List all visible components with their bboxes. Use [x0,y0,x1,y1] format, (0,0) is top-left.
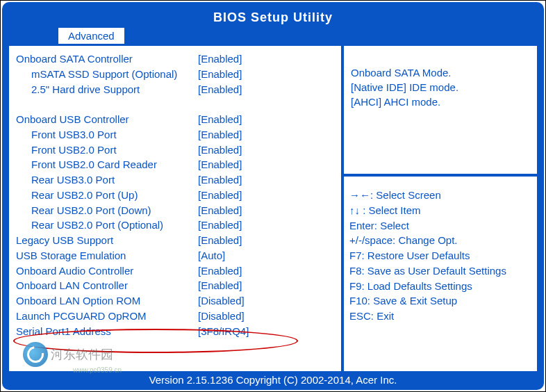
setting-value[interactable]: [Auto] [198,248,337,263]
setting-value[interactable]: [Enabled] [198,233,337,248]
setting-row[interactable]: Front USB3.0 Port[Enabled] [16,127,337,142]
setting-label: Rear USB2.0 Port (Optional) [16,218,198,233]
setting-value[interactable]: [Disabled] [198,309,337,324]
setting-row[interactable]: Launch PCGUARD OpROM[Disabled] [16,309,337,324]
setting-row[interactable]: Front USB2.0 Port[Enabled] [16,142,337,158]
setting-row[interactable]: Rear USB2.0 Port (Optional)[Enabled] [16,218,337,233]
setting-row[interactable]: Serial Port1 Address[3F8/IRQ4] [16,324,337,339]
setting-label: Onboard LAN Controller [16,278,198,293]
setting-row[interactable]: Onboard LAN Controller[Enabled] [16,278,337,293]
key-hint: F10: Save & Exit Setup [349,293,531,309]
setting-label: 2.5" Hard drive Support [16,82,198,97]
help-panel: Onboard SATA Mode. [Native IDE] IDE mode… [343,45,538,174]
bios-frame: BIOS Setup Utility Advanced Onboard SATA… [2,2,544,390]
key-hint: →←: Select Screen [349,188,531,203]
setting-value[interactable]: [Enabled] [198,51,337,67]
setting-label: Onboard Audio Controller [16,263,198,279]
setting-row[interactable]: mSATA SSD Support (Optional)[Enabled] [16,67,337,82]
tab-advanced[interactable]: Advanced [58,27,125,44]
watermark-url: www.pc0359.cn [73,366,122,374]
setting-row[interactable]: Onboard SATA Mode[AHCI] [16,97,337,112]
key-hint: F7: Restore User Defaults [349,248,531,263]
key-hint: F9: Load Defaults Settings [349,279,531,294]
setting-value[interactable]: [Enabled] [198,218,337,233]
setting-row[interactable]: Rear USB3.0 Port[Enabled] [16,172,337,188]
setting-label: Serial Port1 Address [16,324,198,339]
setting-value[interactable]: [Enabled] [198,82,337,97]
help-line: Onboard SATA Mode. [351,65,530,80]
setting-value[interactable]: [Enabled] [198,188,337,203]
key-hints-panel: →←: Select Screen ↑↓ : Select Item Enter… [343,176,538,372]
tab-row: Advanced [7,27,539,44]
setting-value[interactable]: [Enabled] [198,112,337,127]
setting-row[interactable]: Front USB2.0 Card Reader[Enabled] [16,157,337,172]
setting-label: Onboard LAN Option ROM [16,293,198,309]
setting-label: Onboard SATA Controller [16,51,198,67]
side-panel: Onboard SATA Mode. [Native IDE] IDE mode… [343,45,538,372]
setting-value[interactable]: [Enabled] [198,67,337,82]
setting-label: Onboard USB Controller [16,112,198,127]
help-line: [AHCI] AHCI mode. [351,95,530,109]
setting-row[interactable]: Rear USB2.0 Port (Up)[Enabled] [16,188,337,203]
key-hint: ESC: Exit [349,309,531,324]
setting-label: Onboard SATA Mode [16,97,198,112]
setting-value[interactable]: [Enabled] [198,142,337,158]
watermark-logo-icon [23,342,48,367]
setting-value[interactable]: [Enabled] [198,127,337,142]
bios-window: BIOS Setup Utility Advanced Onboard SATA… [0,0,546,392]
content: Onboard SATA Controller[Enabled]mSATA SS… [7,45,539,372]
setting-value[interactable]: [Enabled] [198,263,337,279]
setting-label: Rear USB2.0 Port (Down) [16,203,198,218]
setting-row[interactable]: USB Storage Emulation[Auto] [16,248,337,263]
watermark-text: 河东软件园 [51,346,113,363]
setting-row[interactable]: Onboard Audio Controller[Enabled] [16,263,337,279]
setting-label: Launch PCGUARD OpROM [16,309,198,324]
setting-label: Legacy USB Support [16,233,198,248]
footer: Version 2.15.1236 Copyright (C) 2002-201… [7,372,539,386]
setting-row[interactable]: 2.5" Hard drive Support[Enabled] [16,82,337,97]
setting-value[interactable]: [Enabled] [198,172,337,188]
setting-value[interactable]: [Disabled] [198,293,337,309]
setting-row[interactable]: Legacy USB Support[Enabled] [16,233,337,248]
setting-label: Rear USB2.0 Port (Up) [16,188,198,203]
setting-value[interactable]: [Enabled] [198,203,337,218]
key-hint: +/-/space: Change Opt. [349,233,531,248]
setting-value[interactable]: [3F8/IRQ4] [198,324,337,339]
watermark: 河东软件园 www.pc0359.cn [23,342,113,367]
key-hint: Enter: Select [349,218,531,234]
setting-value[interactable]: [Enabled] [198,278,337,293]
setting-row[interactable]: Onboard SATA Controller[Enabled] [16,51,337,67]
setting-row[interactable]: Onboard USB Controller[Enabled] [16,112,337,127]
setting-label: Rear USB3.0 Port [16,172,198,188]
setting-label: USB Storage Emulation [16,248,198,263]
setting-row[interactable]: Rear USB2.0 Port (Down)[Enabled] [16,203,337,218]
setting-label: Front USB2.0 Card Reader [16,157,198,172]
title-bar: BIOS Setup Utility [7,7,539,27]
settings-panel[interactable]: Onboard SATA Controller[Enabled]mSATA SS… [8,45,342,372]
setting-label: Front USB3.0 Port [16,127,198,142]
setting-label: mSATA SSD Support (Optional) [16,67,198,82]
setting-value[interactable]: [Enabled] [198,157,337,172]
help-line: [Native IDE] IDE mode. [351,80,530,95]
setting-row[interactable]: Onboard LAN Option ROM[Disabled] [16,293,337,309]
key-hint: ↑↓ : Select Item [349,203,531,218]
setting-label: Front USB2.0 Port [16,142,198,158]
key-hint: F8: Save as User Default Settings [349,263,531,279]
setting-value[interactable]: [AHCI] [198,97,337,112]
